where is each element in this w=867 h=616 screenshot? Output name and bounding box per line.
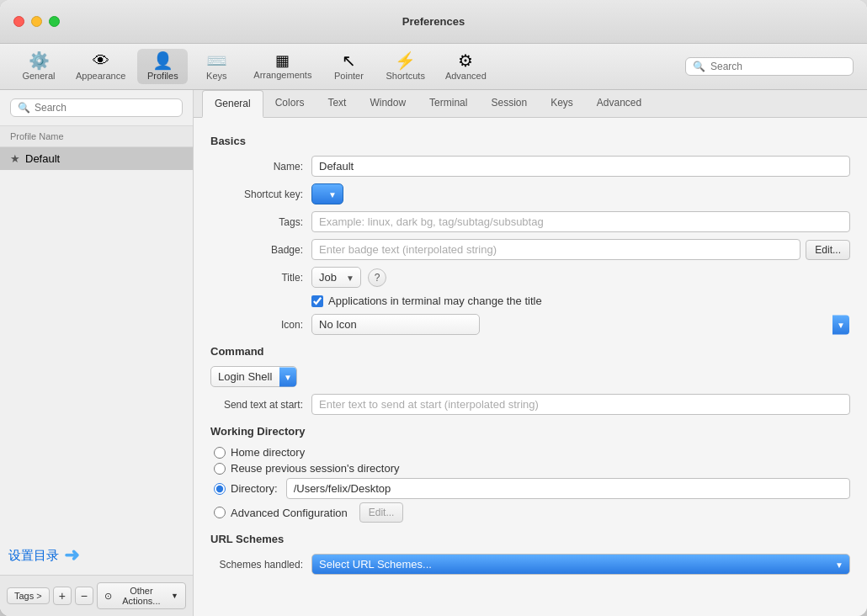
radio-directory-row: Directory: (210, 478, 850, 499)
radio-directory-label: Directory: (231, 482, 278, 495)
sidebar-search-area: 🔍 (0, 90, 193, 126)
icon-select[interactable]: No Icon (311, 314, 480, 335)
advanced-config-edit-button[interactable]: Edit... (359, 502, 404, 523)
schemes-label: Schemes handled: (210, 559, 311, 571)
toolbar-search-icon: 🔍 (693, 61, 705, 72)
toolbar-item-arrangements[interactable]: ▦ Arrangements (245, 50, 320, 83)
toolbar-item-profiles[interactable]: 👤 Profiles (137, 49, 188, 84)
toolbar-item-pointer[interactable]: ↖ Pointer (323, 49, 374, 84)
window-title: Preferences (402, 15, 465, 28)
title-checkbox-group: Applications in terminal may change the … (311, 295, 850, 307)
send-text-input[interactable] (311, 394, 850, 415)
name-row: Name: (210, 156, 850, 177)
login-shell-row: Login Shell ▼ (210, 366, 850, 387)
basics-section-title: Basics (210, 135, 850, 147)
icon-label: Icon: (210, 319, 311, 331)
tab-general[interactable]: General (202, 90, 263, 118)
title-change-checkbox[interactable] (311, 295, 323, 307)
icon-row: Icon: No Icon ▼ (210, 314, 850, 335)
toolbar-item-shortcuts[interactable]: ⚡ Shortcuts (377, 49, 433, 84)
toolbar-search-input[interactable] (710, 61, 846, 72)
title-checkbox-control: Applications in terminal may change the … (311, 295, 850, 307)
minimize-button[interactable] (31, 16, 42, 27)
sidebar: 🔍 Profile Name ★ Default 设置目录 ➜ Tags > +… (0, 90, 194, 616)
other-actions-button[interactable]: ⊙ Other Actions... ▼ (97, 582, 186, 609)
working-dir-section-title: Working Directory (210, 425, 850, 438)
tags-button[interactable]: Tags > (7, 587, 50, 604)
radio-home-label: Home directory (231, 446, 305, 459)
name-input[interactable] (311, 156, 850, 177)
toolbar-item-keys[interactable]: ⌨️ Keys (191, 49, 242, 84)
name-label: Name: (210, 161, 311, 173)
tab-keys[interactable]: Keys (539, 90, 585, 117)
other-actions-chevron-icon: ▼ (171, 592, 178, 600)
main-content: 🔍 Profile Name ★ Default 设置目录 ➜ Tags > +… (0, 90, 867, 616)
radio-advanced-config-label: Advanced Configuration (231, 507, 348, 519)
tab-window[interactable]: Window (358, 90, 418, 117)
icon-control: No Icon ▼ (311, 314, 850, 335)
radio-directory[interactable] (214, 483, 226, 495)
sidebar-search-icon: 🔍 (18, 102, 30, 114)
tab-colors[interactable]: Colors (263, 90, 316, 117)
icon-select-wrapper: No Icon ▼ (311, 314, 850, 335)
icon-chevron-icon: ▼ (832, 315, 849, 334)
title-row: Title: Job ▼ ? (210, 267, 850, 288)
command-section-title: Command (210, 345, 850, 358)
radio-home[interactable] (214, 447, 226, 459)
title-label: Title: (210, 272, 311, 284)
badge-row: Badge: Edit... (210, 239, 850, 260)
profile-list: ★ Default (0, 147, 193, 519)
keys-icon: ⌨️ (206, 52, 227, 69)
close-button[interactable] (13, 16, 24, 27)
arrangements-icon: ▦ (275, 53, 290, 68)
shortcut-select[interactable] (311, 183, 343, 204)
add-profile-button[interactable]: + (53, 587, 72, 605)
badge-input[interactable] (311, 239, 801, 260)
toolbar-item-advanced[interactable]: ⚙ Advanced (437, 49, 495, 84)
tags-input[interactable] (311, 211, 850, 232)
radio-reuse-row: Reuse previous session's directory (210, 462, 850, 475)
tab-bar: General Colors Text Window Terminal Sess… (194, 90, 867, 118)
name-control (311, 156, 850, 177)
profile-item-default[interactable]: ★ Default (0, 147, 193, 170)
radio-advanced-config-row: Advanced Configuration Edit... (210, 502, 850, 523)
toolbar-item-appearance[interactable]: 👁 Appearance (67, 49, 134, 84)
right-panel: General Colors Text Window Terminal Sess… (194, 90, 867, 616)
shortcut-select-wrapper: ▼ (311, 183, 343, 204)
tags-control (311, 211, 850, 232)
sidebar-search-box[interactable]: 🔍 (10, 98, 183, 117)
send-text-label: Send text at start: (210, 399, 311, 411)
tab-session[interactable]: Session (479, 90, 539, 117)
toolbar-label-arrangements: Arrangements (253, 70, 311, 80)
url-schemes-select[interactable]: Select URL Schemes... (311, 554, 850, 575)
title-select[interactable]: Job (311, 267, 361, 288)
remove-profile-button[interactable]: − (75, 587, 93, 605)
shortcut-row: Shortcut key: ▼ (210, 183, 850, 204)
tab-text[interactable]: Text (316, 90, 358, 117)
pointer-icon: ↖ (342, 52, 356, 69)
radio-reuse[interactable] (214, 463, 226, 475)
url-schemes-section-title: URL Schemes (210, 533, 850, 545)
preferences-window: Preferences ⚙️ General 👁 Appearance 👤 Pr… (0, 0, 867, 616)
badge-input-group: Edit... (311, 239, 850, 260)
toolbar-label-pointer: Pointer (334, 71, 364, 81)
directory-input[interactable] (286, 478, 850, 499)
shortcuts-icon: ⚡ (395, 52, 416, 69)
maximize-button[interactable] (49, 16, 60, 27)
send-text-control (311, 394, 850, 415)
badge-edit-button[interactable]: Edit... (806, 240, 850, 260)
radio-advanced-config[interactable] (214, 507, 226, 518)
toolbar-item-general[interactable]: ⚙️ General (13, 49, 64, 84)
default-star-icon: ★ (10, 152, 20, 165)
title-help-button[interactable]: ? (368, 268, 386, 287)
radio-home-row: Home directory (210, 446, 850, 459)
shortcut-control: ▼ (311, 183, 850, 204)
toolbar-search-box[interactable]: 🔍 (685, 57, 854, 76)
tab-advanced[interactable]: Advanced (585, 90, 653, 117)
login-shell-select[interactable]: Login Shell (210, 366, 297, 387)
tab-terminal[interactable]: Terminal (418, 90, 479, 117)
toolbar: ⚙️ General 👁 Appearance 👤 Profiles ⌨️ Ke… (0, 44, 867, 90)
title-select-wrapper: Job ▼ (311, 267, 361, 288)
sidebar-search-input[interactable] (35, 102, 175, 114)
toolbar-label-general: General (22, 71, 55, 81)
